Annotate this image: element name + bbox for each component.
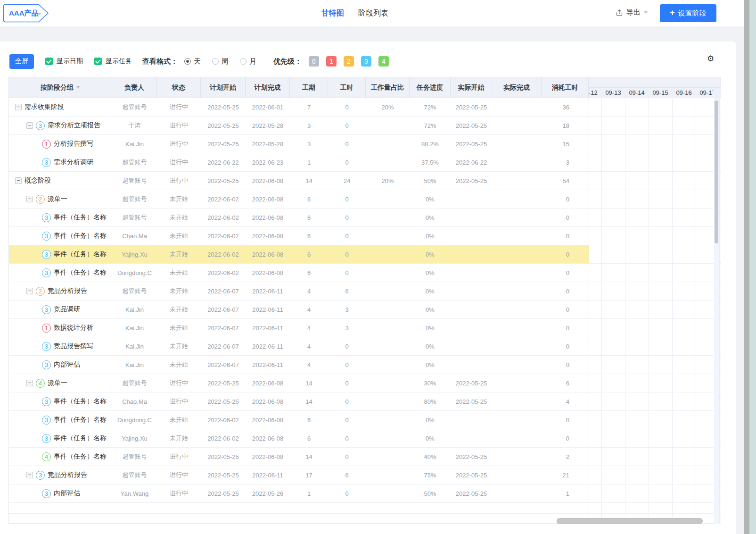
priority-badge: 3 — [42, 250, 51, 259]
setup-stage-button[interactable]: + 设置阶段 — [660, 4, 716, 22]
task-row[interactable]: 3竞品报告撰写Kai.Jin未开始2022-06-072022-06-11400… — [9, 337, 721, 356]
fullscreen-button[interactable]: 全屏 — [9, 54, 34, 69]
column-header-8: 任务进度 — [410, 77, 451, 98]
collapse-toggle[interactable]: − — [26, 380, 33, 386]
task-row[interactable]: −2派单一超管账号未开始2022-06-022022-06-08600%0 — [9, 190, 721, 209]
task-row[interactable]: 4事件（任务）名称超管账号进行中2022-05-252022-06-081404… — [9, 448, 721, 466]
task-row[interactable]: 3内部评估Yan.Wang进行中2022-05-252022-05-261050… — [9, 484, 721, 503]
task-row[interactable]: −需求收集阶段超管账号进行中2022-05-252022-06-017020%7… — [9, 98, 721, 117]
export-button[interactable]: 导出 — [616, 8, 648, 17]
tab-stage-list[interactable]: 阶段列表 — [358, 8, 388, 18]
radio-icon[interactable] — [240, 58, 247, 65]
cell-progress: 88.2% — [410, 135, 451, 153]
table-body: −需求收集阶段超管账号进行中2022-05-252022-06-017020%7… — [9, 98, 721, 514]
priority-filter-1[interactable]: 1 — [326, 56, 337, 67]
gear-icon[interactable]: ⚙ — [707, 55, 714, 63]
column-header-0[interactable]: 按阶段分组 — [9, 77, 112, 98]
cell-owner: 超管账号 — [112, 374, 157, 392]
task-row[interactable]: 3事件（任务）名称超管账号未开始2022-06-022022-06-08600%… — [9, 209, 721, 227]
collapse-toggle[interactable]: − — [26, 196, 33, 202]
cell-plan-end: 2022-06-08 — [246, 245, 290, 263]
task-row[interactable]: 1分析报告撰写Kai.Jin进行中2022-05-252022-05-28308… — [9, 135, 721, 153]
cell-progress: 0% — [410, 227, 451, 245]
priority-badge: 1 — [42, 140, 51, 149]
cell-owner: 超管账号 — [112, 190, 157, 208]
gantt-vertical-scrollbar[interactable] — [714, 98, 719, 524]
cell-hours: 6 — [328, 282, 366, 300]
cell-workload — [366, 153, 410, 171]
collapse-toggle[interactable]: − — [15, 177, 22, 184]
task-row[interactable]: 3事件（任务）名称Dongdong.C未开始2022-06-022022-06-… — [9, 411, 721, 429]
radio-selected-icon[interactable] — [184, 58, 191, 65]
task-name-label: 事件（任务）名称 — [54, 232, 107, 240]
collapse-toggle[interactable]: − — [26, 472, 33, 478]
gantt-date-label: 09-15 — [649, 88, 672, 98]
task-row[interactable]: 3事件（任务）名称Yajing.Xu未开始2022-06-022022-06-0… — [9, 429, 721, 448]
cell-owner: Kai.Jin — [112, 319, 157, 337]
task-row[interactable]: 3竞品调研Kai.Jin未开始2022-06-072022-06-11430%0 — [9, 300, 721, 319]
cell-consumed: 0 — [542, 190, 589, 208]
cell-workload — [366, 319, 410, 337]
product-selector[interactable]: AAA产品 — [3, 4, 50, 23]
cell-plan-start: 2022-06-07 — [201, 337, 246, 355]
task-row[interactable]: 3内部评估Kai.Jin未开始2022-06-072022-06-11400%0 — [9, 356, 721, 374]
empty-partial-row — [9, 503, 721, 514]
show-toggle-1[interactable]: 显示任务 — [94, 57, 132, 66]
collapse-toggle[interactable]: − — [26, 122, 33, 129]
cell-hours: 0 — [328, 484, 366, 502]
cell-progress: 50% — [410, 484, 451, 502]
task-row[interactable]: −3需求分析立项报告于涛进行中2022-05-252022-05-283072%… — [9, 117, 721, 135]
column-header-7: 工作量占比 — [366, 77, 410, 98]
radio-icon[interactable] — [212, 58, 219, 65]
cell-plan-end: 2022-06-11 — [246, 300, 290, 318]
cell-actual-end — [492, 117, 542, 134]
task-row[interactable]: 3事件（任务）名称Chao.Ma进行中2022-05-252022-06-081… — [9, 392, 721, 411]
cell-actual-end — [492, 448, 542, 466]
cell-actual-start — [451, 411, 492, 429]
cell-actual-end — [492, 209, 542, 226]
task-row[interactable]: 3事件（任务）名称Chao.Ma未开始2022-06-022022-06-086… — [9, 227, 721, 245]
collapse-toggle[interactable]: − — [26, 288, 33, 294]
cell-status: 未开始 — [157, 190, 201, 208]
task-row[interactable]: −概念阶段超管账号进行中2022-05-252022-06-08142420%5… — [9, 172, 721, 190]
priority-filter-3[interactable]: 3 — [361, 56, 371, 67]
checkbox-checked-icon[interactable] — [94, 58, 102, 65]
view-format-option-1[interactable]: 周 — [212, 57, 229, 66]
cell-progress: 72% — [410, 98, 451, 116]
collapse-toggle[interactable]: − — [15, 104, 22, 110]
task-row[interactable]: 3需求分析调研超管账号进行中2022-06-222022-06-231037.5… — [9, 153, 721, 172]
show-toggle-0[interactable]: 显示日期 — [45, 57, 83, 66]
task-row[interactable]: 1数据统计分析Kai.Jin未开始2022-06-072022-06-11430… — [9, 319, 721, 337]
cell-owner: 超管账号 — [112, 209, 157, 226]
cell-plan-end: 2022-05-28 — [246, 135, 290, 153]
cell-actual-start — [451, 264, 492, 282]
cell-hours: 24 — [328, 172, 366, 190]
cell-plan-start: 2022-05-25 — [201, 484, 246, 502]
task-row[interactable]: 3事件（任务）名称Dongdong.C未开始2022-06-022022-06-… — [9, 264, 721, 282]
priority-filter-2[interactable]: 2 — [344, 56, 354, 67]
task-row[interactable]: −2竞品分析报告超管账号未开始2022-06-072022-06-11460%0 — [9, 282, 721, 300]
cell-workload — [366, 411, 410, 429]
task-name-label: 事件（任务）名称 — [54, 213, 107, 222]
view-format-option-2[interactable]: 月 — [240, 57, 256, 66]
window-scrollbar-thumb[interactable] — [744, 0, 749, 534]
cell-plan-start: 2022-06-07 — [201, 356, 246, 374]
cell-task-name: 3事件（任务）名称 — [9, 429, 112, 447]
priority-filter-4[interactable]: 4 — [378, 56, 389, 67]
tab-gantt[interactable]: 甘特图 — [321, 8, 344, 18]
priority-filter-0[interactable]: 0 — [309, 56, 319, 67]
task-row[interactable]: −4派单一超管账号进行中2022-05-252022-06-0814030%20… — [9, 374, 721, 392]
window-scrollbar[interactable] — [744, 0, 756, 534]
cell-plan-start: 2022-06-02 — [201, 190, 246, 208]
column-header-label: 任务进度 — [417, 83, 443, 92]
horizontal-scrollbar-thumb[interactable] — [557, 518, 703, 524]
view-format-option-0[interactable]: 天 — [184, 57, 201, 66]
task-row[interactable]: −3竞品分析报告超管账号进行中2022-05-252022-06-1117675… — [9, 466, 721, 484]
cell-progress: 0% — [410, 319, 451, 337]
cell-owner: 超管账号 — [112, 282, 157, 300]
checkbox-checked-icon[interactable] — [45, 58, 53, 65]
cell-owner: Kai.Jin — [112, 356, 157, 374]
task-row[interactable]: 3事件（任务）名称Yajing.Xu未开始2022-06-022022-06-0… — [9, 245, 721, 264]
task-name-label: 内部评估 — [54, 360, 80, 369]
gantt-vertical-scrollbar-thumb[interactable] — [715, 100, 718, 243]
